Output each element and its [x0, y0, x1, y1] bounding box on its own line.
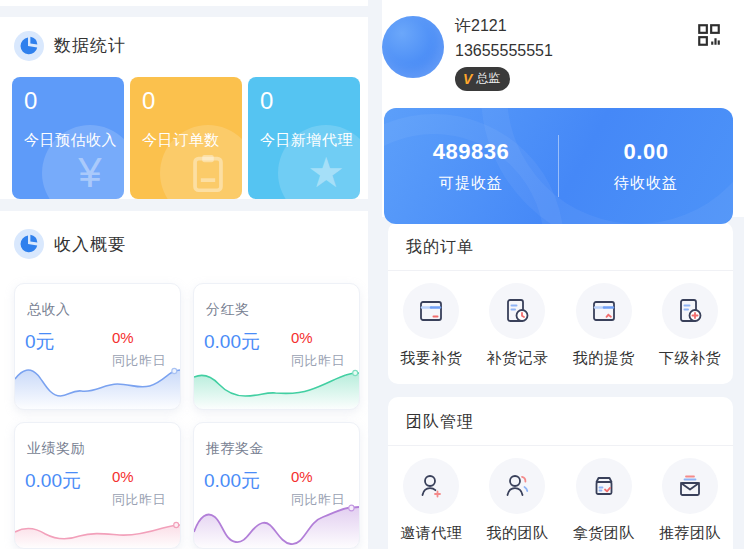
stat-value: 0	[142, 87, 242, 115]
user-phone: 13655555551	[455, 42, 553, 60]
withdrawable-value: 489836	[384, 139, 558, 165]
menu-item-purchase-team[interactable]: 拿货团队	[561, 458, 647, 543]
team-card-title: 团队管理	[388, 397, 733, 446]
stat-card-today-orders: 0 今日订单数	[130, 77, 242, 199]
income-card-value: 0.00元	[204, 329, 260, 355]
stat-cards-row: 0 今日预估收入 ¥ 0 今日订单数 0	[0, 61, 368, 199]
team-grid: 邀请代理 我的团队	[388, 446, 733, 549]
sparkline-chart	[15, 502, 180, 548]
withdrawable-label: 可提收益	[384, 174, 558, 193]
income-card-value: 0.00元	[25, 468, 81, 494]
income-card-value: 0.00元	[204, 468, 260, 494]
menu-item-label: 我的提货	[561, 349, 647, 368]
sparkline-chart	[194, 502, 359, 548]
income-card-performance: 业绩奖励 0.00元 0% 同比昨日	[14, 422, 181, 549]
menu-item-my-team[interactable]: 我的团队	[474, 458, 560, 543]
menu-item-pickup[interactable]: 我的提货	[561, 283, 647, 368]
menu-item-subordinate-restock[interactable]: 下级补货	[647, 283, 733, 368]
income-card-percent: 0%	[112, 468, 166, 485]
income-card-total: 总收入 0元 0% 同比昨日	[14, 283, 181, 410]
menu-item-label: 补货记录	[474, 349, 560, 368]
stats-section-title: 数据统计	[54, 34, 126, 57]
right-column: 许2121 13655555551 V 总监	[368, 0, 744, 549]
box-check-icon	[576, 458, 632, 514]
income-card-title: 业绩奖励	[15, 423, 180, 458]
doc-plus-icon	[662, 283, 718, 339]
scan-stats-icon[interactable]	[696, 22, 722, 48]
level-badge: V 总监	[455, 67, 510, 91]
income-card-percent: 0%	[291, 468, 345, 485]
profile-info: 许2121 13655555551 V 总监	[455, 16, 553, 91]
avatar[interactable]	[382, 16, 444, 78]
sparkline-chart	[15, 363, 180, 409]
menu-item-referral-team[interactable]: 推荐团队	[647, 458, 733, 543]
stats-section-header: 数据统计	[0, 31, 368, 61]
menu-item-restock-history[interactable]: 补货记录	[474, 283, 560, 368]
person-plus-icon	[403, 458, 459, 514]
menu-item-invite-agent[interactable]: 邀请代理	[388, 458, 474, 543]
income-card-percent: 0%	[291, 329, 345, 346]
balance-card: 489836 可提收益 0.00 待收收益	[384, 108, 733, 224]
income-card-value: 0元	[25, 329, 55, 355]
menu-item-label: 我要补货	[388, 349, 474, 368]
income-card-dividend: 分红奖 0.00元 0% 同比昨日	[193, 283, 360, 410]
orders-card: 我的订单 我要补货	[388, 222, 733, 384]
menu-item-label: 拿货团队	[561, 524, 647, 543]
person-group-icon	[489, 458, 545, 514]
pending-label: 待收收益	[559, 174, 733, 193]
team-card: 团队管理 邀请代理	[388, 397, 733, 549]
doc-line-icon	[403, 283, 459, 339]
income-card-referral: 推荐奖金 0.00元 0% 同比昨日	[193, 422, 360, 549]
income-card-title: 分红奖	[194, 284, 359, 319]
income-panel: 收入概要 总收入 0元 0% 同比昨日	[0, 211, 368, 549]
menu-item-label: 下级补货	[647, 349, 733, 368]
pie-chart-icon	[14, 229, 44, 259]
income-card-title: 总收入	[15, 284, 180, 319]
income-card-title: 推荐奖金	[194, 423, 359, 458]
profile-header: 许2121 13655555551 V 总监	[382, 0, 744, 91]
stats-panel: 数据统计 0 今日预估收入 ¥ 0 今日订单数	[0, 17, 368, 199]
income-card-percent: 0%	[112, 329, 166, 346]
stat-card-estimated-income: 0 今日预估收入 ¥	[12, 77, 124, 199]
doc-clock-icon	[489, 283, 545, 339]
badge-v-mark: V	[463, 71, 472, 87]
menu-item-label: 推荐团队	[647, 524, 733, 543]
income-section-header: 收入概要	[0, 229, 368, 259]
orders-grid: 我要补货 补货记录	[388, 271, 733, 384]
pending-earnings[interactable]: 0.00 待收收益	[559, 139, 733, 193]
income-cards-grid: 总收入 0元 0% 同比昨日	[0, 259, 368, 549]
user-name: 许2121	[455, 16, 553, 37]
stat-card-new-agents: 0 今日新增代理 ★	[248, 77, 360, 199]
withdrawable-earnings[interactable]: 489836 可提收益	[384, 139, 558, 193]
income-section-title: 收入概要	[54, 233, 126, 256]
stat-value: 0	[260, 87, 360, 115]
menu-item-label: 邀请代理	[388, 524, 474, 543]
pie-chart-icon	[14, 31, 44, 61]
pending-value: 0.00	[559, 139, 733, 165]
sparkline-chart	[194, 363, 359, 409]
doc-mark-icon	[576, 283, 632, 339]
left-column: 数据统计 0 今日预估收入 ¥ 0 今日订单数	[0, 0, 368, 549]
badge-label: 总监	[476, 70, 500, 87]
menu-item-label: 我的团队	[474, 524, 560, 543]
menu-item-restock[interactable]: 我要补货	[388, 283, 474, 368]
profile-panel: 许2121 13655555551 V 总监	[382, 0, 744, 217]
orders-card-title: 我的订单	[388, 222, 733, 271]
dashboard-page: 数据统计 0 今日预估收入 ¥ 0 今日订单数	[0, 0, 744, 549]
mail-icon	[662, 458, 718, 514]
stat-value: 0	[24, 87, 124, 115]
